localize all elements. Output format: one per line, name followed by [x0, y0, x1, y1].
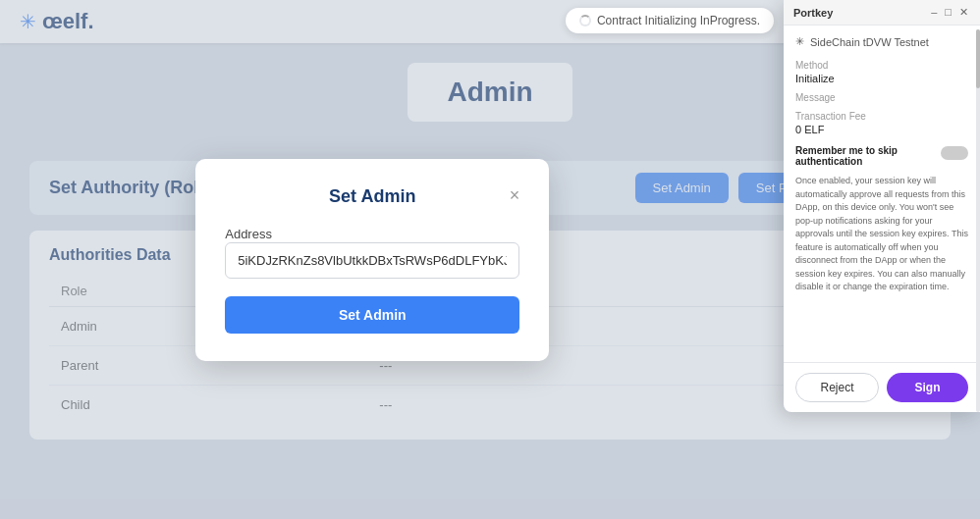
method-label: Method — [795, 60, 968, 71]
portkey-titlebar: Portkey – □ ✕ — [784, 0, 980, 26]
portkey-body: ✳ SideChain tDVW Testnet Method Initiali… — [784, 26, 980, 362]
close-window-button[interactable]: ✕ — [957, 6, 970, 19]
spinner-icon — [579, 15, 591, 26]
message-label: Message — [795, 92, 968, 103]
scrollbar-thumb — [976, 29, 980, 88]
contract-notice: Contract Initializing InProgress. — [566, 8, 774, 33]
reject-button[interactable]: Reject — [795, 373, 879, 402]
address-label: Address — [225, 227, 272, 241]
fee-label: Transaction Fee — [795, 111, 968, 122]
restore-button[interactable]: □ — [943, 6, 953, 19]
skip-auth-toggle[interactable] — [941, 146, 968, 160]
portkey-network: ✳ SideChain tDVW Testnet — [795, 35, 968, 48]
portkey-toggle-row: Remember me to skip authentication — [795, 145, 968, 167]
modal-close-button[interactable]: × — [510, 186, 520, 204]
network-name: SideChain tDVW Testnet — [810, 36, 929, 48]
toggle-label: Remember me to skip authentication — [795, 145, 935, 167]
address-input[interactable] — [225, 242, 519, 279]
contract-notice-text: Contract Initializing InProgress. — [597, 14, 760, 27]
portkey-panel: Portkey – □ ✕ ✳ SideChain tDVW Testnet M… — [784, 0, 980, 412]
modal-submit-button[interactable]: Set Admin — [225, 296, 519, 334]
portkey-description: Once enabled, your session key will auto… — [795, 175, 968, 294]
network-icon: ✳ — [795, 35, 804, 48]
set-admin-modal: Set Admin × Address Set Admin — [195, 159, 549, 361]
method-value: Initialize — [795, 73, 968, 84]
portkey-fee-field: Transaction Fee 0 ELF — [795, 111, 968, 135]
portkey-title: Portkey — [793, 7, 833, 19]
minimize-button[interactable]: – — [929, 6, 939, 19]
portkey-window-controls: – □ ✕ — [929, 6, 970, 19]
fee-value: 0 ELF — [795, 124, 968, 135]
sign-button[interactable]: Sign — [887, 373, 968, 402]
modal-header: Set Admin × — [225, 186, 519, 207]
portkey-footer: Reject Sign — [784, 362, 980, 412]
portkey-scrollbar[interactable] — [976, 29, 980, 412]
portkey-method-field: Method Initialize — [795, 60, 968, 84]
modal-title: Set Admin — [329, 186, 415, 207]
portkey-message-field: Message — [795, 92, 968, 103]
